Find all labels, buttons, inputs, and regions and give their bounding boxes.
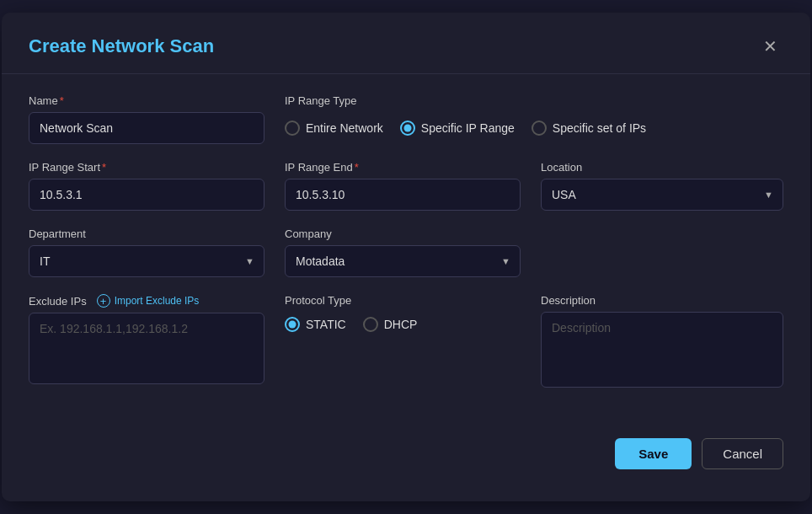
save-button[interactable]: Save <box>615 438 692 469</box>
ip-end-label: IP Range End* <box>285 161 521 174</box>
radio-static[interactable]: STATIC <box>285 317 346 332</box>
protocol-radio-group: STATIC DHCP <box>285 312 521 332</box>
radio-specific-set[interactable]: Specific set of IPs <box>532 120 646 136</box>
row-name-iprangetype: Name* IP Range Type Entire Network Speci… <box>29 94 783 144</box>
exclude-ips-textarea[interactable] <box>29 313 264 384</box>
location-select-wrapper: USA Europe Asia <box>541 179 783 211</box>
ip-range-type-radio-group: Entire Network Specific IP Range Specifi… <box>285 115 783 136</box>
description-textarea[interactable] <box>541 312 783 388</box>
company-group: Company Motadata Other <box>285 228 521 277</box>
ip-range-type-group: IP Range Type Entire Network Specific IP… <box>285 94 783 136</box>
radio-static-input[interactable] <box>285 317 300 332</box>
close-button[interactable]: ✕ <box>756 33 783 60</box>
cancel-button[interactable]: Cancel <box>702 438 783 469</box>
exclude-ips-label: Exclude IPs <box>29 295 87 308</box>
radio-dhcp[interactable]: DHCP <box>363 317 418 332</box>
row-exclude-protocol-desc: Exclude IPs + Import Exclude IPs Protoco… <box>29 294 783 388</box>
ip-range-type-label: IP Range Type <box>285 94 783 107</box>
row-dept-company: Department IT HR Finance Operations Comp… <box>29 228 783 277</box>
modal-header: Create Network Scan ✕ <box>2 13 810 74</box>
row-ip-location: IP Range Start* IP Range End* Location U… <box>29 161 783 211</box>
name-group: Name* <box>29 94 264 144</box>
radio-entire-network[interactable]: Entire Network <box>285 120 383 136</box>
radio-entire-network-label: Entire Network <box>306 121 383 135</box>
ip-start-label: IP Range Start* <box>29 161 264 174</box>
company-select[interactable]: Motadata Other <box>285 245 521 277</box>
radio-dhcp-input[interactable] <box>363 317 378 332</box>
ip-start-input[interactable] <box>29 179 264 211</box>
radio-specific-range-label: Specific IP Range <box>421 121 515 135</box>
modal-footer: Save Cancel <box>2 425 810 493</box>
protocol-type-label: Protocol Type <box>285 294 521 307</box>
radio-specific-range[interactable]: Specific IP Range <box>400 120 515 136</box>
ip-end-input[interactable] <box>285 179 521 211</box>
modal-body: Name* IP Range Type Entire Network Speci… <box>2 74 810 425</box>
import-exclude-label: Import Exclude IPs <box>115 295 200 307</box>
import-exclude-button[interactable]: + Import Exclude IPs <box>97 294 200 308</box>
modal-title: Create Network Scan <box>29 35 214 57</box>
company-select-wrapper: Motadata Other <box>285 245 521 277</box>
radio-dhcp-label: DHCP <box>384 318 418 331</box>
description-label: Description <box>541 294 783 307</box>
radio-specific-range-input[interactable] <box>400 120 415 136</box>
name-label: Name* <box>29 94 264 107</box>
ip-start-group: IP Range Start* <box>29 161 264 211</box>
exclude-group: Exclude IPs + Import Exclude IPs <box>29 294 264 384</box>
description-group: Description <box>541 294 783 388</box>
company-label: Company <box>285 228 521 240</box>
location-group: Location USA Europe Asia <box>541 161 783 211</box>
ip-end-group: IP Range End* <box>285 161 521 211</box>
protocol-group: Protocol Type STATIC DHCP <box>285 294 521 332</box>
department-select-wrapper: IT HR Finance Operations <box>29 245 264 277</box>
name-input[interactable] <box>29 112 264 144</box>
department-label: Department <box>29 228 264 240</box>
radio-entire-network-input[interactable] <box>285 120 300 136</box>
radio-specific-set-input[interactable] <box>532 120 547 136</box>
location-label: Location <box>541 161 783 174</box>
department-select[interactable]: IT HR Finance Operations <box>29 245 264 277</box>
radio-specific-set-label: Specific set of IPs <box>553 121 646 135</box>
plus-circle-icon: + <box>97 294 110 308</box>
location-select[interactable]: USA Europe Asia <box>541 179 783 211</box>
exclude-label-row: Exclude IPs + Import Exclude IPs <box>29 294 264 308</box>
department-group: Department IT HR Finance Operations <box>29 228 264 277</box>
create-network-scan-modal: Create Network Scan ✕ Name* IP Range Typ… <box>2 13 810 501</box>
radio-static-label: STATIC <box>306 318 346 331</box>
